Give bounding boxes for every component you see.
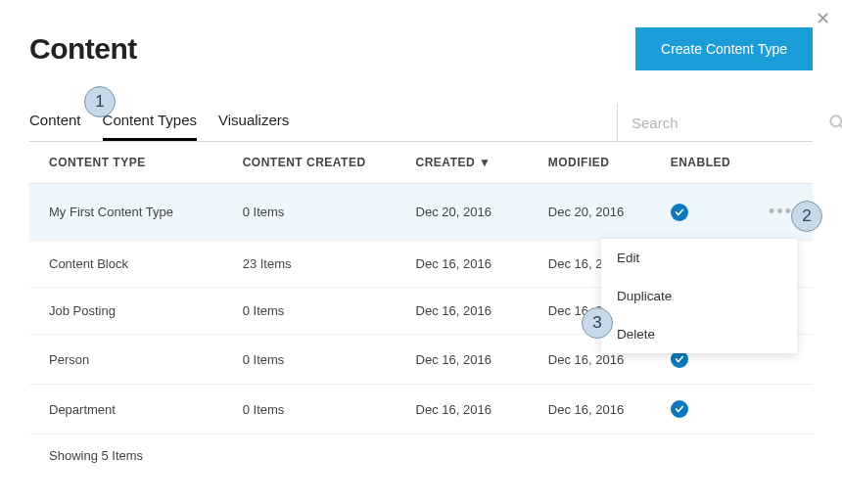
cell-content-created: 0 Items [223,385,397,435]
cell-created: Dec 16, 2016 [397,288,529,335]
cell-content-type: Person [29,335,223,385]
tab-strip: ContentContent TypesVisualizers [29,104,617,141]
cell-created: Dec 20, 2016 [397,184,529,241]
callout-badge: 1 [84,86,116,117]
col-header-actions [742,142,813,184]
table-row[interactable]: My First Content Type0 ItemsDec 20, 2016… [29,184,813,241]
cell-enabled [651,184,743,241]
callout-badge: 3 [582,307,613,339]
enabled-check-icon [671,204,688,221]
col-header-content-type[interactable]: CONTENT TYPE [29,142,223,184]
cell-created: Dec 16, 2016 [397,385,529,435]
col-header-created[interactable]: CREATED ▼ [397,142,529,184]
tab-content[interactable]: Content [29,104,81,141]
enabled-check-icon [671,400,688,418]
col-header-created-label: CREATED [416,156,476,169]
close-icon[interactable]: ✕ [816,8,830,29]
sort-desc-icon: ▼ [479,156,491,169]
cell-content-created: 0 Items [223,335,397,385]
row-actions-menu: EditDuplicateDelete [601,239,797,353]
cell-modified: Dec 20, 2016 [529,184,651,241]
col-header-enabled[interactable]: ENABLED [651,142,743,184]
tab-content-types[interactable]: Content Types [103,104,197,141]
cell-content-created: 0 Items [223,288,397,335]
create-content-type-button[interactable]: Create Content Type [635,27,813,70]
cell-actions [742,385,813,435]
tab-visualizers[interactable]: Visualizers [218,104,289,141]
cell-created: Dec 16, 2016 [397,335,529,385]
cell-content-type: Department [29,385,223,435]
cell-modified: Dec 16, 2016 [529,385,651,435]
cell-created: Dec 16, 2016 [397,241,529,288]
cell-enabled [651,385,743,435]
menu-item-edit[interactable]: Edit [601,239,797,277]
cell-content-type: Content Block [29,241,223,288]
callout-badge: 2 [791,201,822,232]
cell-content-created: 23 Items [223,241,397,288]
page-title: Content [29,32,137,66]
table-footer-count: Showing 5 Items [29,435,813,478]
search-icon[interactable] [827,113,842,132]
cell-content-type: My First Content Type [29,184,223,241]
cell-content-created: 0 Items [223,184,397,241]
col-header-content-created[interactable]: CONTENT CREATED [223,142,397,184]
menu-item-duplicate[interactable]: Duplicate [601,277,797,315]
search-input[interactable] [632,115,818,131]
cell-content-type: Job Posting [29,288,223,335]
col-header-modified[interactable]: MODIFIED [529,142,651,184]
table-row[interactable]: Department0 ItemsDec 16, 2016Dec 16, 201… [29,385,813,435]
menu-item-delete[interactable]: Delete [601,315,797,353]
